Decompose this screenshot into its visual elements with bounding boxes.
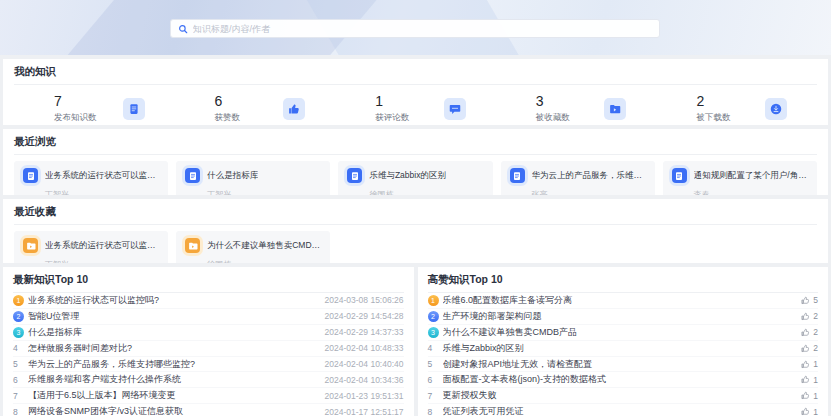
card-title: 业务系统的运行状态可以监控吗?	[45, 170, 159, 182]
stat-value: 1	[375, 93, 409, 109]
knowledge-card[interactable]: 通知规则配置了某个用户/角色，收不到告警通知 李春	[663, 161, 817, 195]
thumb-up-outline-icon	[801, 375, 810, 384]
top-liked-panel: 高赞知识Top 10 1 乐维6.0配置数据库主备读写分离 5 2 生产环境的部…	[418, 267, 829, 416]
card-header: 通知规则配置了某个用户/角色，收不到告警通知	[672, 168, 808, 183]
publish-time: 2024-02-29 14:54:28	[325, 311, 404, 321]
recent-viewed-cards: 业务系统的运行状态可以监控吗? 丁智兴 什么是指标库 丁智兴 乐维与Zabbix…	[14, 161, 817, 195]
publish-time: 2024-01-17 12:51:17	[325, 407, 404, 416]
knowledge-list-item[interactable]: 7 更新授权失败 1	[428, 388, 819, 404]
knowledge-search-bar[interactable]	[170, 19, 660, 38]
stat-text: 3 被收藏数	[536, 93, 570, 124]
knowledge-list-item[interactable]: 8 凭证列表无可用凭证 1	[428, 404, 819, 416]
knowledge-card[interactable]: 什么是指标库 丁智兴	[176, 161, 330, 195]
knowledge-card[interactable]: 华为云上的产品服务，乐维支持哪些监控? 张亮	[501, 161, 655, 195]
like-count: 1	[801, 407, 818, 416]
knowledge-list-item[interactable]: 7 【适用于6.5以上版本】网络环境变更 2024-01-23 19:51:31	[13, 388, 404, 404]
like-count: 5	[801, 295, 818, 305]
knowledge-title: 业务系统的运行状态可以监控吗?	[28, 294, 315, 307]
stat-value: 6	[215, 93, 241, 109]
stat-value: 3	[536, 93, 570, 109]
folder-icon	[604, 98, 626, 120]
like-value: 1	[813, 375, 818, 385]
card-header: 业务系统的运行状态可以监控吗?	[23, 238, 159, 253]
knowledge-title: 为什么不建议单独售卖CMDB产品	[443, 326, 792, 339]
thumbs-up-icon	[283, 98, 305, 120]
rank-badge: 1	[428, 295, 439, 306]
knowledge-list-item[interactable]: 1 业务系统的运行状态可以监控吗? 2024-03-08 15:06:26	[13, 293, 404, 309]
latest-knowledge-panel: 最新知识Top 10 1 业务系统的运行状态可以监控吗? 2024-03-08 …	[3, 267, 414, 416]
like-value: 5	[813, 295, 818, 305]
knowledge-title: 华为云上的产品服务，乐维支持哪些监控?	[28, 358, 315, 371]
stat-item: 1 获评论数	[335, 93, 496, 124]
comment-icon	[444, 98, 466, 120]
search-input[interactable]	[193, 24, 652, 34]
knowledge-list-item[interactable]: 4 乐维与Zabbix的区别 2	[428, 341, 819, 357]
bottom-panels: 最新知识Top 10 1 业务系统的运行状态可以监控吗? 2024-03-08 …	[3, 267, 828, 416]
rank-badge: 7	[13, 391, 28, 401]
panel-title: 高赞知识Top 10	[428, 273, 819, 293]
rank-badge: 6	[13, 375, 28, 385]
knowledge-title: 创建对象报API地址无效，请检查配置	[443, 358, 792, 371]
like-count: 2	[801, 327, 818, 337]
knowledge-list-item[interactable]: 3 为什么不建议单独售卖CMDB产品 2	[428, 325, 819, 341]
recent-viewed-section: 最近浏览 业务系统的运行状态可以监控吗? 丁智兴 什么是指标库 丁智兴	[3, 129, 828, 195]
section-title: 最近收藏	[14, 205, 817, 225]
section-title: 最近浏览	[14, 135, 817, 155]
card-header: 业务系统的运行状态可以监控吗?	[23, 168, 159, 183]
thumb-up-outline-icon	[801, 312, 810, 321]
like-value: 1	[813, 391, 818, 401]
knowledge-title: 智能U位管理	[28, 310, 315, 323]
knowledge-card[interactable]: 业务系统的运行状态可以监控吗? 丁智兴	[14, 231, 168, 263]
knowledge-list-item[interactable]: 1 乐维6.0配置数据库主备读写分离 5	[428, 293, 819, 309]
recent-favorites-section: 最近收藏 业务系统的运行状态可以监控吗? 丁智兴 为什么不建议单独售卖CMDB产…	[3, 199, 828, 263]
stat-label: 获赞数	[215, 112, 241, 124]
knowledge-title: 乐维与Zabbix的区别	[443, 342, 792, 355]
knowledge-list-item[interactable]: 2 智能U位管理 2024-02-29 14:54:28	[13, 309, 404, 325]
knowledge-title: 更新授权失败	[443, 389, 792, 402]
document-icon	[347, 168, 362, 183]
knowledge-title: 乐维6.0配置数据库主备读写分离	[443, 294, 792, 307]
rank-badge: 1	[13, 295, 24, 306]
card-author: 徐国栋	[369, 189, 483, 195]
stat-label: 被收藏数	[536, 112, 570, 124]
card-title: 通知规则配置了某个用户/角色，收不到告警通知	[694, 170, 808, 182]
rank-badge: 3	[13, 327, 24, 338]
knowledge-list-item[interactable]: 8 网络设备SNMP团体字/v3认证信息获取 2024-01-17 12:51:…	[13, 404, 404, 416]
rank-badge: 8	[428, 407, 443, 416]
card-title: 业务系统的运行状态可以监控吗?	[45, 240, 159, 252]
top-banner	[0, 0, 831, 55]
stat-item: 6 获赞数	[175, 93, 336, 124]
stat-text: 7 发布知识数	[54, 93, 97, 124]
publish-time: 2024-02-29 14:37:33	[325, 327, 404, 337]
card-title: 乐维与Zabbix的区别	[369, 170, 446, 182]
like-value: 2	[813, 327, 818, 337]
publish-time: 2024-02-04 10:40:40	[325, 359, 404, 369]
like-count: 1	[801, 391, 818, 401]
knowledge-list-item[interactable]: 3 什么是指标库 2024-02-29 14:37:33	[13, 325, 404, 341]
knowledge-title: 怎样做服务器时间差对比?	[28, 342, 315, 355]
knowledge-card[interactable]: 乐维与Zabbix的区别 徐国栋	[338, 161, 492, 195]
card-author: 李春	[694, 189, 808, 195]
knowledge-list-item[interactable]: 4 怎样做服务器时间差对比? 2024-02-04 10:48:33	[13, 341, 404, 357]
knowledge-title: 【适用于6.5以上版本】网络环境变更	[28, 389, 315, 402]
knowledge-list-item[interactable]: 5 华为云上的产品服务，乐维支持哪些监控? 2024-02-04 10:40:4…	[13, 357, 404, 373]
thumb-up-outline-icon	[801, 407, 810, 416]
stat-value: 2	[696, 93, 730, 109]
latest-knowledge-list: 1 业务系统的运行状态可以监控吗? 2024-03-08 15:06:26 2 …	[13, 293, 404, 416]
favorite-folder-icon	[185, 238, 200, 253]
stat-item: 3 被收藏数	[496, 93, 657, 124]
knowledge-title: 乐维服务端和客户端支持什么操作系统	[28, 373, 315, 386]
knowledge-list-item[interactable]: 6 乐维服务端和客户端支持什么操作系统 2024-02-04 10:34:36	[13, 372, 404, 388]
stat-label: 发布知识数	[54, 112, 97, 124]
thumb-up-outline-icon	[801, 344, 810, 353]
rank-badge: 2	[428, 311, 439, 322]
knowledge-list-item[interactable]: 6 面板配置-文本表格(json)-支持的数据格式 1	[428, 372, 819, 388]
rank-badge: 7	[428, 391, 443, 401]
knowledge-card[interactable]: 业务系统的运行状态可以监控吗? 丁智兴	[14, 161, 168, 195]
knowledge-list-item[interactable]: 5 创建对象报API地址无效，请检查配置 1	[428, 357, 819, 373]
knowledge-card[interactable]: 为什么不建议单独售卖CMDB产品 徐国栋	[176, 231, 330, 263]
document-icon	[510, 168, 525, 183]
document-icon	[123, 98, 145, 120]
knowledge-list-item[interactable]: 2 生产环境的部署架构问题 2	[428, 309, 819, 325]
rank-badge: 5	[428, 359, 443, 369]
